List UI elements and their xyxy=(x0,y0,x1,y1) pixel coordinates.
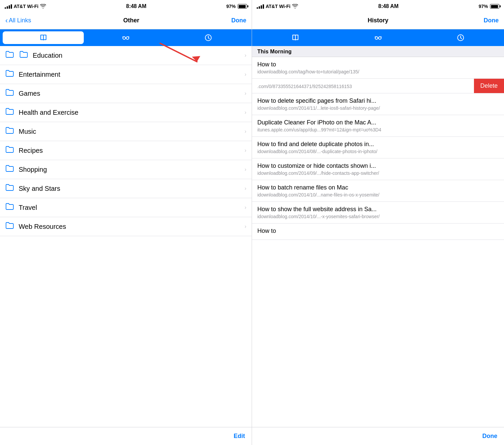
chevron-icon-2: › xyxy=(245,90,246,96)
left-status-bar: AT&T Wi-Fi 8:48 AM 97% xyxy=(0,0,252,12)
back-label: All Links xyxy=(9,17,31,24)
folder-icon-4 xyxy=(5,127,14,136)
history-item-3[interactable]: Duplicate Cleaner For iPhoto on the Mac … xyxy=(252,115,504,137)
left-time: 8:48 AM xyxy=(126,3,147,9)
list-label-5: Recipes xyxy=(19,147,245,154)
chevron-left-icon: ‹ xyxy=(5,16,8,25)
right-nav-bar: History Done xyxy=(252,12,504,29)
folder-icon-6 xyxy=(5,165,14,174)
history-item-0[interactable]: How to idownloadblog.com/tag/how-to+tuto… xyxy=(252,57,504,79)
history-url-1: .com/0/873355521644371/925242858116153 xyxy=(257,84,469,89)
left-nav-title: Other xyxy=(123,17,139,24)
history-title-7: How to show the full website address in … xyxy=(257,206,499,213)
history-url-5: idownloadblog.com/2014/09/.../hide-conta… xyxy=(257,170,499,176)
list-label-0: Education xyxy=(33,52,245,59)
list-item[interactable]: Travel › xyxy=(0,198,252,217)
list-item[interactable]: Games › xyxy=(0,84,252,103)
list-item[interactable]: Entertainment › xyxy=(0,65,252,84)
list-item[interactable]: Recipes › xyxy=(0,141,252,160)
list-label-9: Web Resources xyxy=(19,223,245,231)
svg-point-6 xyxy=(379,37,381,39)
folder-icon-1 xyxy=(5,70,14,79)
left-toolbar xyxy=(0,29,252,46)
history-item-6[interactable]: How to batch rename files on Mac idownlo… xyxy=(252,180,504,202)
delete-button[interactable]: Delete xyxy=(474,79,504,93)
history-title-6: How to batch rename files on Mac xyxy=(257,184,499,191)
chevron-icon-1: › xyxy=(245,71,246,77)
right-toolbar xyxy=(252,29,504,46)
right-tab-reading[interactable] xyxy=(337,31,419,44)
right-battery-icon xyxy=(490,4,499,9)
right-done-button-bottom[interactable]: Done xyxy=(482,433,497,440)
history-title-8: How to xyxy=(257,228,499,235)
folder-icon-2 xyxy=(5,89,14,98)
svg-point-5 xyxy=(375,37,378,39)
list-item[interactable]: Education › xyxy=(0,46,252,65)
history-title-0: How to xyxy=(257,61,499,68)
right-time: 8:48 AM xyxy=(378,3,399,9)
list-label-2: Games xyxy=(19,90,245,97)
history-item-7[interactable]: How to show the full website address in … xyxy=(252,202,504,224)
right-panel: AT&T Wi-Fi 8:48 AM 97% History Done xyxy=(252,0,504,445)
chevron-icon-8: › xyxy=(245,204,246,210)
folder-icon-5 xyxy=(5,146,14,155)
right-carrier-label: AT&T Wi-Fi xyxy=(266,4,290,9)
list-item[interactable]: Health and Exercise › xyxy=(0,103,252,122)
list-label-8: Travel xyxy=(19,204,245,211)
list-item[interactable]: Shopping › xyxy=(0,160,252,179)
history-item-4[interactable]: How to find and delete duplicate photos … xyxy=(252,137,504,158)
left-battery-fill xyxy=(239,5,246,8)
signal-bars xyxy=(5,4,12,9)
history-item-2[interactable]: How to delete specific pages from Safari… xyxy=(252,93,504,115)
history-item-8[interactable]: How to xyxy=(252,224,504,240)
right-status-bar: AT&T Wi-Fi 8:48 AM 97% xyxy=(252,0,504,12)
folder-icon-8 xyxy=(5,203,14,212)
history-item-1-inner[interactable]: .com/0/873355521644371/925242858116153 xyxy=(252,79,474,93)
right-battery-pct: 97% xyxy=(479,4,488,9)
left-list: Education › Entertainment › Games › Heal… xyxy=(0,46,252,427)
left-tab-history[interactable] xyxy=(168,31,249,44)
chevron-icon-3: › xyxy=(245,109,246,115)
list-label-4: Music xyxy=(19,128,245,135)
right-bottom-bar: Done xyxy=(252,427,504,445)
history-url-0: idownloadblog.com/tag/how-to+tutorial/pa… xyxy=(257,69,499,74)
right-tab-bookmarks[interactable] xyxy=(255,31,336,44)
folder-icon-3 xyxy=(5,108,14,117)
history-section-header: This Morning xyxy=(252,46,504,57)
left-bottom-bar: Edit xyxy=(0,427,252,445)
history-item-5[interactable]: How to customize or hide contacts shown … xyxy=(252,158,504,180)
left-panel: AT&T Wi-Fi 8:48 AM 97% ‹ All Links xyxy=(0,0,252,445)
right-status-right: 97% xyxy=(479,4,499,9)
chevron-icon-6: › xyxy=(245,166,246,172)
chevron-icon-4: › xyxy=(245,128,246,134)
chevron-icon-5: › xyxy=(245,147,246,153)
back-button[interactable]: ‹ All Links xyxy=(5,16,31,25)
right-battery-fill xyxy=(491,5,498,8)
history-url-3: itunes.apple.com/us/app/dup...99?mt=12&i… xyxy=(257,127,499,132)
left-tab-bookmarks[interactable] xyxy=(3,31,84,44)
history-url-6: idownloadblog.com/2014/10/...name-files-… xyxy=(257,192,499,197)
left-edit-button[interactable]: Edit xyxy=(234,433,245,440)
list-label-6: Shopping xyxy=(19,166,245,173)
left-nav-bar: ‹ All Links Other Done xyxy=(0,12,252,29)
carrier-label: AT&T Wi-Fi xyxy=(14,4,38,9)
history-url-7: idownloadblog.com/2014/10/...-x-yosemite… xyxy=(257,214,499,219)
book-icon xyxy=(39,34,47,42)
right-book-icon xyxy=(291,34,299,42)
list-item[interactable]: Music › xyxy=(0,122,252,141)
right-done-button[interactable]: Done xyxy=(484,17,499,24)
list-item[interactable]: Web Resources › xyxy=(0,217,252,236)
right-clock-icon xyxy=(457,34,465,42)
list-label-1: Entertainment xyxy=(19,71,245,78)
history-title-4: How to find and delete duplicate photos … xyxy=(257,141,499,148)
left-done-button[interactable]: Done xyxy=(231,17,246,24)
history-title-2: How to delete specific pages from Safari… xyxy=(257,97,499,104)
chevron-icon-9: › xyxy=(245,224,246,230)
history-item-swiped: .com/0/873355521644371/925242858116153 D… xyxy=(252,79,504,93)
left-status-right: 97% xyxy=(226,4,247,9)
history-url-2: idownloadblog.com/2014/11/...lete-ios8-s… xyxy=(257,105,499,111)
list-item[interactable]: Sky and Stars › xyxy=(0,179,252,198)
left-tab-reading[interactable] xyxy=(85,31,166,44)
history-title-5: How to customize or hide contacts shown … xyxy=(257,162,499,169)
right-tab-history[interactable] xyxy=(420,31,501,44)
